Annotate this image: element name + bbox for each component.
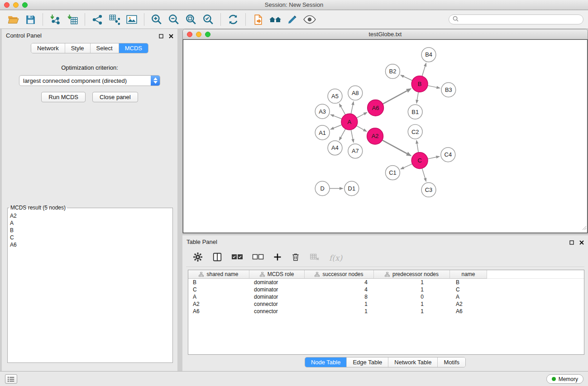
close-panel-button[interactable]: Close panel: [92, 92, 138, 102]
table-cell[interactable]: dominator: [249, 294, 305, 300]
graph-node-B1[interactable]: B1: [408, 105, 422, 119]
graph-edge[interactable]: [334, 125, 342, 128]
graph-edge[interactable]: [357, 114, 364, 118]
graph-node-B4[interactable]: B4: [421, 48, 436, 62]
task-history-button[interactable]: [5, 374, 17, 384]
graph-node-B3[interactable]: B3: [441, 83, 456, 97]
table-cell[interactable]: 1: [374, 308, 450, 315]
mcds-result-item[interactable]: A6: [8, 241, 172, 248]
network-table-icon[interactable]: [106, 12, 123, 27]
graph-node-C1[interactable]: C1: [385, 166, 400, 180]
zoom-window-button[interactable]: [22, 2, 28, 8]
graph-edge[interactable]: [417, 92, 418, 100]
graph-node-C4[interactable]: C4: [441, 148, 455, 162]
table-cell[interactable]: 1: [374, 301, 450, 307]
table-cell[interactable]: A6: [450, 308, 487, 315]
graph-edge[interactable]: [334, 116, 342, 119]
column-header-shared-name[interactable]: shared name: [188, 270, 249, 279]
float-panel-icon[interactable]: [569, 238, 574, 247]
delete-column-trash-icon[interactable]: [291, 252, 300, 264]
column-header-name[interactable]: name: [450, 270, 487, 279]
graph-node-A6[interactable]: A6: [368, 100, 384, 116]
mcds-result-list[interactable]: A2ABCA6: [8, 212, 172, 248]
select-all-icon[interactable]: [231, 253, 243, 262]
refresh-view-icon[interactable]: [225, 12, 242, 27]
run-mcds-button[interactable]: Run MCDS: [41, 92, 86, 102]
network-canvas[interactable]: B4B2BB3A5A8A6A3B1AC2A1A2A4A7C4CC1DD1C3: [183, 39, 588, 233]
network-tools-icon[interactable]: [89, 12, 106, 27]
table-cell[interactable]: A2: [188, 301, 249, 307]
graph-edge[interactable]: [422, 168, 425, 178]
graph-node-C3[interactable]: C3: [421, 183, 436, 197]
table-cell[interactable]: A: [450, 294, 487, 300]
tab-network[interactable]: Network: [31, 43, 65, 53]
table-cell[interactable]: 1: [374, 286, 450, 293]
table-cell[interactable]: 8: [305, 294, 374, 300]
graph-node-A3[interactable]: A3: [315, 104, 330, 119]
table-cell[interactable]: connector: [249, 301, 305, 307]
graph-edge[interactable]: [428, 86, 437, 87]
mcds-result-item[interactable]: A2: [8, 212, 172, 219]
graph-edge[interactable]: [351, 130, 353, 139]
table-cell[interactable]: B: [188, 279, 249, 286]
search-field[interactable]: [449, 14, 583, 24]
open-file-icon[interactable]: [5, 12, 22, 27]
table-cell[interactable]: connector: [249, 308, 305, 315]
mcds-result-item[interactable]: B: [8, 227, 172, 234]
tab-style[interactable]: Style: [65, 43, 91, 53]
show-graphics-details-icon[interactable]: [301, 12, 318, 27]
graph-node-A7[interactable]: A7: [348, 144, 363, 158]
table-cell[interactable]: 0: [374, 294, 450, 300]
minimize-window-button[interactable]: [13, 2, 19, 8]
graph-node-A4[interactable]: A4: [328, 141, 342, 155]
criterion-dropdown[interactable]: largest connected component (directed): [19, 75, 160, 86]
table-row[interactable]: Bdominator41B: [188, 279, 584, 286]
graph-node-A[interactable]: A: [341, 114, 358, 130]
table-cell[interactable]: C: [450, 286, 487, 293]
graph-edge[interactable]: [422, 67, 425, 76]
graph-node-A1[interactable]: A1: [315, 125, 330, 140]
graph-edge[interactable]: [382, 91, 407, 104]
graph-node-B[interactable]: B: [411, 76, 428, 92]
zoom-out-icon[interactable]: [165, 12, 182, 27]
apply-style-icon[interactable]: [284, 12, 301, 27]
resize-grip-icon[interactable]: [581, 224, 587, 232]
graph-edge[interactable]: [382, 140, 407, 154]
table-cell[interactable]: B: [450, 279, 487, 286]
graph-edge[interactable]: [356, 126, 363, 130]
column-header-successor-nodes[interactable]: successor nodes: [305, 270, 374, 279]
close-window-button[interactable]: [4, 2, 10, 8]
table-row[interactable]: Cdominator41C: [188, 286, 584, 293]
close-panel-icon[interactable]: [169, 32, 173, 40]
column-header-predecessor-nodes[interactable]: predecessor nodes: [374, 270, 450, 279]
zoom-in-icon[interactable]: [148, 12, 165, 27]
table-cell[interactable]: 4: [305, 286, 374, 293]
network-window-titlebar[interactable]: testGlobe.txt: [183, 29, 588, 39]
table-cell[interactable]: A2: [450, 301, 487, 307]
tab-select[interactable]: Select: [91, 43, 119, 53]
zoom-selected-icon[interactable]: [200, 12, 217, 27]
network-close-button[interactable]: [187, 32, 192, 37]
float-panel-icon[interactable]: [159, 32, 163, 40]
network-minimize-button[interactable]: [196, 32, 201, 37]
graph-node-D[interactable]: D: [315, 181, 330, 196]
mcds-result-item[interactable]: C: [8, 234, 172, 241]
graph-node-A5[interactable]: A5: [328, 89, 342, 103]
table-cell[interactable]: 1: [305, 308, 374, 315]
mcds-result-item[interactable]: A: [8, 219, 172, 227]
table-row[interactable]: A2connector11A2: [188, 300, 584, 308]
close-panel-icon[interactable]: [579, 238, 584, 247]
graph-edge[interactable]: [404, 164, 412, 167]
tab-network-table[interactable]: Network Table: [388, 357, 438, 367]
settings-gear-icon[interactable]: [192, 252, 203, 264]
graph-edge[interactable]: [417, 144, 418, 152]
memory-button[interactable]: Memory: [546, 374, 583, 384]
save-session-icon[interactable]: [22, 12, 39, 27]
import-table-icon[interactable]: [64, 12, 81, 27]
graph-edge[interactable]: [341, 107, 345, 115]
search-input[interactable]: [461, 16, 579, 23]
zoom-fit-icon[interactable]: [182, 12, 200, 27]
table-cell[interactable]: A6: [188, 308, 249, 315]
import-network-icon[interactable]: [47, 12, 64, 27]
table-cell[interactable]: dominator: [249, 279, 305, 286]
